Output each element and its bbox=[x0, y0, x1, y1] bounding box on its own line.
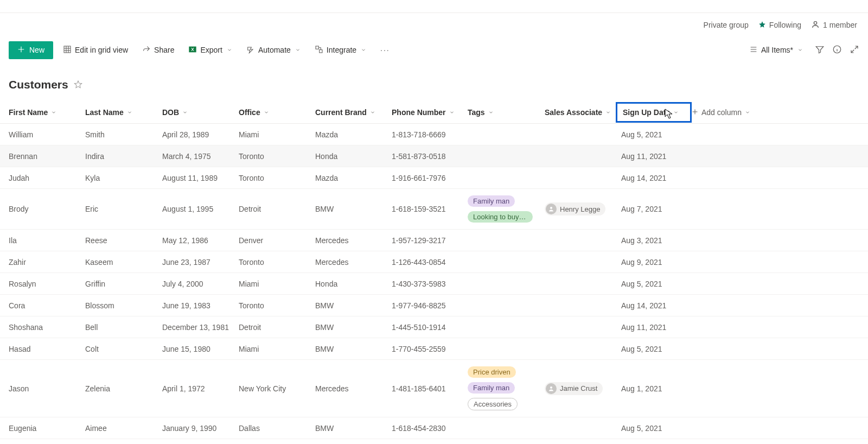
cell: BMW bbox=[315, 339, 392, 359]
cell: Aug 5, 2021 bbox=[621, 274, 697, 294]
edit-grid-button[interactable]: Edit in grid view bbox=[59, 43, 132, 58]
table-row[interactable]: HasadColtJune 15, 1980MiamiBMW1-770-455-… bbox=[0, 338, 868, 360]
member-count[interactable]: 1 member bbox=[811, 20, 857, 30]
cell: Eugenia bbox=[9, 418, 85, 438]
cell-tags bbox=[468, 257, 545, 268]
table-row[interactable]: ZahirKaseemJune 23, 1987TorontoMercedes1… bbox=[0, 251, 868, 273]
cell-assoc bbox=[545, 300, 621, 311]
table-row[interactable]: ShoshanaBellDecember 13, 1981DetroitBMW1… bbox=[0, 316, 868, 338]
cell: Toronto bbox=[239, 296, 315, 315]
table-body: WilliamSmithApril 28, 1989MiamiMazda1-81… bbox=[0, 124, 868, 439]
cell: 1-916-661-7976 bbox=[392, 168, 468, 188]
cell: Aug 11, 2021 bbox=[621, 318, 697, 337]
cell: Rosalyn bbox=[9, 274, 85, 294]
cell: Kaseem bbox=[85, 252, 162, 272]
col-current-brand[interactable]: Current Brand bbox=[315, 108, 392, 117]
cell-assoc bbox=[545, 129, 621, 140]
excel-icon bbox=[188, 45, 197, 55]
person-pill: Jamie Crust bbox=[545, 382, 603, 395]
col-dob[interactable]: DOB bbox=[162, 108, 239, 117]
cell: Mazda bbox=[315, 168, 392, 188]
col-office[interactable]: Office bbox=[239, 108, 315, 117]
col-phone[interactable]: Phone Number bbox=[392, 108, 468, 117]
cell: March 4, 1975 bbox=[162, 147, 239, 166]
cell: Honda bbox=[315, 147, 392, 166]
col-first-name[interactable]: First Name bbox=[9, 108, 85, 117]
share-button[interactable]: Share bbox=[138, 43, 178, 58]
cell-tags bbox=[468, 129, 545, 140]
svg-rect-4 bbox=[319, 49, 322, 52]
cell: 1-957-129-3217 bbox=[392, 231, 468, 250]
col-last-name[interactable]: Last Name bbox=[85, 108, 162, 117]
col-sign-up-date[interactable]: Sign Up Date bbox=[616, 102, 692, 123]
view-selector[interactable]: All Items* bbox=[745, 43, 807, 58]
col-label: DOB bbox=[162, 108, 179, 117]
cell: Dallas bbox=[239, 418, 315, 438]
cell: 1-430-373-5983 bbox=[392, 274, 468, 294]
cell: Kyla bbox=[85, 168, 162, 188]
cell: Brennan bbox=[9, 147, 85, 166]
cell: Aimee bbox=[85, 418, 162, 438]
new-button[interactable]: New bbox=[9, 41, 53, 59]
cell-tags bbox=[468, 278, 545, 289]
cell: Hasad bbox=[9, 339, 85, 359]
info-icon[interactable] bbox=[832, 45, 842, 56]
cell: Miami bbox=[239, 125, 315, 144]
col-label: Tags bbox=[468, 108, 485, 117]
cell: 1-481-185-6401 bbox=[392, 379, 468, 398]
cell: Jason bbox=[9, 379, 85, 398]
cell: Aug 1, 2021 bbox=[621, 379, 697, 398]
cell-tags bbox=[468, 423, 545, 434]
cell: 1-977-946-8825 bbox=[392, 296, 468, 315]
following-label: Following bbox=[769, 21, 801, 29]
cell: July 4, 2000 bbox=[162, 274, 239, 294]
svg-point-6 bbox=[550, 207, 552, 209]
view-label: All Items* bbox=[761, 46, 793, 54]
member-count-label: 1 member bbox=[823, 21, 857, 29]
cell: December 13, 1981 bbox=[162, 318, 239, 337]
add-column-button[interactable]: Add column bbox=[692, 108, 768, 117]
table-row[interactable]: IlaReeseMay 12, 1986DenverMercedes1-957-… bbox=[0, 230, 868, 251]
cell-assoc bbox=[545, 278, 621, 289]
table-row[interactable]: BrodyEricAugust 1, 1995DetroitBMW1-618-1… bbox=[0, 189, 868, 230]
cell-assoc bbox=[545, 151, 621, 162]
expand-icon[interactable] bbox=[850, 45, 859, 56]
cell-assoc bbox=[545, 344, 621, 354]
table-row[interactable]: CoraBlossomJune 19, 1983TorontoBMW1-977-… bbox=[0, 295, 868, 316]
cell-assoc bbox=[545, 235, 621, 246]
person-name: Jamie Crust bbox=[560, 384, 597, 392]
cell: Aug 3, 2021 bbox=[621, 231, 697, 250]
table-row[interactable]: JudahKylaAugust 11, 1989TorontoMazda1-91… bbox=[0, 167, 868, 189]
automate-button[interactable]: Automate bbox=[242, 43, 305, 58]
table-row[interactable]: JasonZeleniaApril 1, 1972New York CityMe… bbox=[0, 360, 868, 417]
cell: 1-445-510-1914 bbox=[392, 318, 468, 337]
integrate-button[interactable]: Integrate bbox=[310, 43, 371, 58]
col-tags[interactable]: Tags bbox=[468, 108, 545, 117]
cell: Zelenia bbox=[85, 379, 162, 398]
person-name: Henry Legge bbox=[560, 205, 600, 213]
plus-icon bbox=[692, 108, 698, 117]
chevron-down-icon bbox=[295, 46, 301, 54]
cell-tags bbox=[468, 173, 545, 183]
export-button[interactable]: Export bbox=[184, 43, 236, 58]
cell: BMW bbox=[315, 199, 392, 219]
favorite-star-icon[interactable] bbox=[74, 80, 82, 90]
table-row[interactable]: WilliamSmithApril 28, 1989MiamiMazda1-81… bbox=[0, 124, 868, 145]
table-row[interactable]: EugeniaAimeeJanuary 9, 1990DallasBMW1-61… bbox=[0, 417, 868, 439]
table-row[interactable]: RosalynGriffinJuly 4, 2000MiamiHonda1-43… bbox=[0, 273, 868, 295]
cell: Aug 9, 2021 bbox=[621, 252, 697, 272]
more-button[interactable]: ··· bbox=[376, 43, 394, 56]
cell: 1-618-159-3521 bbox=[392, 199, 468, 219]
filter-icon[interactable] bbox=[815, 45, 825, 56]
svg-rect-1 bbox=[64, 46, 71, 53]
cell: Toronto bbox=[239, 147, 315, 166]
cell: June 23, 1987 bbox=[162, 252, 239, 272]
following-button[interactable]: Following bbox=[758, 21, 801, 30]
cell: Smith bbox=[85, 125, 162, 144]
cell: Ila bbox=[9, 231, 85, 250]
col-sales-assoc[interactable]: Sales Associate bbox=[545, 108, 621, 117]
cell: Mazda bbox=[315, 125, 392, 144]
avatar-icon bbox=[546, 383, 557, 394]
table-row[interactable]: BrennanIndiraMarch 4, 1975TorontoHonda1-… bbox=[0, 145, 868, 167]
tag-pill: Family man bbox=[468, 382, 515, 394]
